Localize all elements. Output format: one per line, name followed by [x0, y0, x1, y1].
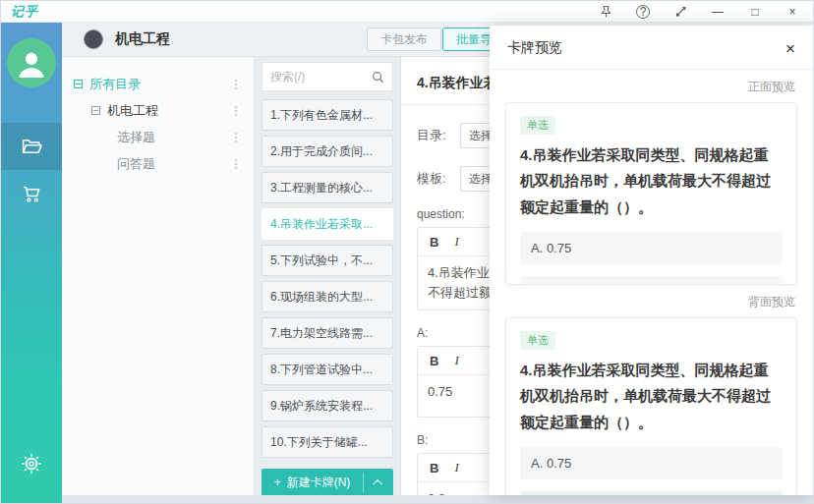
card-list-item[interactable]: 6.现场组装的大型...	[262, 281, 393, 312]
chevron-up-icon	[373, 478, 382, 488]
single-choice-badge: 单选	[520, 331, 555, 350]
preview-question-text: 4.吊装作业若采取同类型、同规格起重机双机抬吊时，单机载荷最大不得超过额定起重量…	[520, 142, 783, 220]
new-card-menu-toggle[interactable]	[364, 469, 393, 496]
close-icon[interactable]: ×	[785, 5, 799, 19]
bold-button[interactable]: B	[430, 235, 438, 250]
search-box	[262, 62, 393, 91]
directory-tree: 所有目录 机电工程 选择题 问答题	[62, 57, 255, 503]
front-preview-card: 单选 4.吊装作业若采取同类型、同规格起重机双机抬吊时，单机载荷最大不得超过额定…	[505, 102, 797, 285]
app-logo: 记乎	[11, 3, 38, 21]
sidebar-item-decks[interactable]	[1, 123, 62, 170]
tree-label: 机电工程	[107, 102, 158, 120]
preview-question-text: 4.吊装作业若采取同类型、同规格起重机双机抬吊时，单机载荷最大不得超过额定起重量…	[520, 358, 783, 435]
deck-avatar	[84, 29, 103, 49]
window-bottom-edge	[62, 495, 813, 503]
card-list-item[interactable]: 2.用于完成介质间...	[262, 136, 393, 167]
tree-label: 选择题	[117, 129, 155, 146]
deck-title: 机电工程	[115, 30, 170, 48]
back-preview-card: 单选 4.吊装作业若采取同类型、同规格起重机双机抬吊时，单机载荷最大不得超过额定…	[505, 317, 797, 495]
card-list-item[interactable]: 7.电力架空线路需...	[262, 317, 393, 349]
cart-icon	[20, 182, 43, 205]
sidebar-item-store[interactable]	[1, 170, 62, 217]
app-window: 记乎 ? — □ ×	[0, 0, 814, 504]
new-card-label: 新建卡牌(N)	[287, 475, 351, 491]
card-list-item[interactable]: 3.工程测量的核心...	[262, 172, 393, 203]
minimize-icon[interactable]: —	[711, 5, 725, 19]
bold-button[interactable]: B	[430, 461, 438, 476]
tree-item-deck[interactable]: 机电工程	[62, 97, 254, 124]
option-a-text: A. 0.75	[531, 456, 571, 471]
option-a-text: A. 0.75	[531, 241, 571, 255]
titlebar: 记乎 ? — □ ×	[1, 1, 813, 23]
folder-open-icon	[20, 135, 44, 159]
tree-label: 所有目录	[89, 76, 141, 93]
preview-header: 卡牌预览 ×	[490, 26, 813, 69]
sidebar-item-settings[interactable]	[1, 440, 62, 487]
collapse-icon[interactable]	[74, 80, 83, 88]
window-controls: ? — □ ×	[599, 5, 813, 19]
card-preview-panel: 卡牌预览 × 正面预览 单选 4.吊装作业若采取同类型、同规格起重机双机抬吊时，…	[490, 26, 813, 495]
maximize-icon[interactable]: □	[748, 5, 762, 19]
search-input[interactable]	[270, 70, 372, 84]
card-list-item[interactable]: 9.锅炉系统安装程...	[262, 390, 393, 421]
new-card-split-button: + 新建卡牌(N)	[262, 469, 393, 496]
more-icon[interactable]	[232, 78, 240, 91]
bold-button[interactable]: B	[430, 354, 438, 368]
tree-item-all-directories[interactable]: 所有目录	[62, 71, 254, 97]
expand-icon[interactable]	[673, 5, 687, 19]
card-list-item[interactable]: 10.下列关于储罐...	[262, 426, 393, 458]
card-list-item-selected[interactable]: 4.吊装作业若采取...	[262, 208, 393, 240]
option-row-b-correct[interactable]: B. 0.8 ✓	[520, 491, 783, 495]
gear-icon	[19, 451, 44, 476]
close-preview-icon[interactable]: ×	[785, 40, 795, 57]
tree-label: 问答题	[117, 155, 155, 173]
new-card-button[interactable]: + 新建卡牌(N)	[262, 469, 363, 496]
more-icon[interactable]	[232, 157, 240, 171]
italic-button[interactable]: I	[454, 353, 458, 368]
back-preview-label: 背面预览	[505, 294, 795, 310]
card-list-item[interactable]: 1.下列有色金属材...	[262, 99, 393, 131]
front-preview-label: 正面预览	[505, 79, 795, 95]
search-icon[interactable]	[372, 71, 384, 84]
nav-rail	[1, 23, 62, 503]
more-icon[interactable]	[232, 131, 240, 144]
preview-title: 卡牌预览	[507, 39, 562, 57]
italic-button[interactable]: I	[454, 460, 458, 476]
option-row-b[interactable]: B. 0.8	[520, 276, 783, 285]
tree-item-choice-questions[interactable]: 选择题	[62, 124, 254, 150]
tree-item-qa-questions[interactable]: 问答题	[62, 150, 254, 177]
italic-button[interactable]: I	[454, 234, 458, 250]
template-label: 模板:	[417, 170, 460, 188]
more-icon[interactable]	[232, 104, 240, 118]
option-row-a[interactable]: A. 0.75	[520, 232, 783, 264]
publish-deck-button[interactable]: 卡包发布	[367, 28, 441, 51]
catalog-label: 目录:	[417, 127, 460, 144]
collapse-icon[interactable]	[91, 106, 100, 115]
user-avatar[interactable]	[7, 38, 56, 87]
help-icon[interactable]: ?	[636, 5, 650, 19]
single-choice-badge: 单选	[520, 116, 555, 135]
option-row-a[interactable]: A. 0.75	[520, 447, 783, 479]
card-list: 1.下列有色金属材... 2.用于完成介质间... 3.工程测量的核心... 4…	[255, 57, 401, 503]
plus-icon: +	[274, 476, 281, 489]
card-list-item[interactable]: 5.下列试验中，不...	[262, 245, 393, 276]
preview-body: 正面预览 单选 4.吊装作业若采取同类型、同规格起重机双机抬吊时，单机载荷最大不…	[490, 70, 813, 495]
card-list-item[interactable]: 8.下列管道试验中...	[262, 354, 393, 385]
pin-icon[interactable]	[599, 5, 612, 19]
